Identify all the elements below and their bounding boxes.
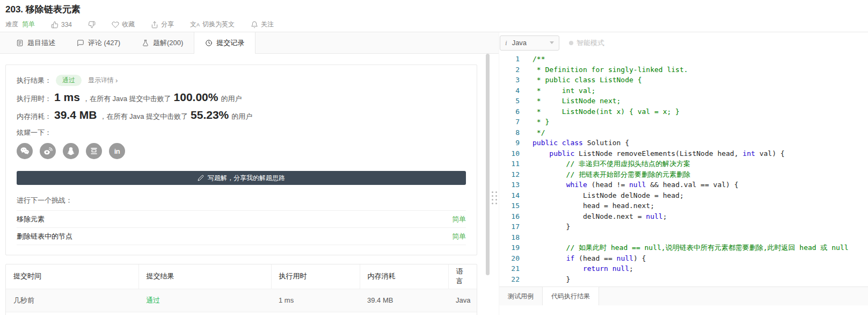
code-line[interactable]: 3 * public class ListNode {: [499, 75, 868, 85]
tab-run-result[interactable]: 代码执行结果: [543, 287, 599, 305]
tab-comments[interactable]: 评论 (427): [66, 32, 131, 53]
pencil-icon: [198, 175, 204, 181]
challenge-title[interactable]: 删除链表中的节点: [17, 232, 72, 241]
col-runtime: 执行用时: [271, 264, 360, 289]
like-button[interactable]: 334: [51, 21, 72, 28]
qq-icon: [66, 146, 76, 156]
smart-mode-toggle[interactable]: 智能模式: [569, 38, 604, 48]
follow-button[interactable]: 关注: [251, 20, 274, 29]
show-detail-text: 显示详情: [88, 76, 114, 85]
flask-icon: [142, 39, 149, 47]
douban-icon: [89, 146, 99, 156]
code-editor[interactable]: 1/**2 * Definition for singly-linked lis…: [499, 53, 868, 287]
line-number: 10: [499, 148, 529, 159]
code-line[interactable]: 5 * ListNode next;: [499, 96, 868, 106]
runtime-value: 1 ms: [54, 91, 80, 104]
tab-bar: 题目描述 评论 (427) 题解(200) 提交记录: [0, 32, 499, 54]
memory-beat-pre: ，在所有 Java 提交中击败了: [99, 112, 188, 121]
table-header-row: 提交时间 提交结果 执行用时 内存消耗 语言: [6, 264, 477, 289]
leetcode-submission-page: 203. 移除链表元素 难度 简单 334 收藏 分享 文A: [0, 0, 868, 315]
editor-pane: i Java 智能模式 1/**2 * Definition for singl…: [499, 32, 868, 315]
code-line[interactable]: 18: [499, 232, 868, 243]
challenge-list: 移除元素 简单 删除链表中的节点 简单: [17, 210, 466, 245]
dislike-button[interactable]: [88, 21, 96, 28]
write-solution-button[interactable]: 写题解，分享我的解题思路: [17, 171, 466, 185]
challenge-row[interactable]: 删除链表中的节点 简单: [17, 228, 466, 245]
info-icon: i: [505, 39, 507, 47]
code-line-text: * }: [529, 117, 868, 127]
challenge-row[interactable]: 移除元素 简单: [17, 211, 466, 228]
code-line[interactable]: 8 */: [499, 127, 868, 138]
table-row[interactable]: [6, 312, 477, 315]
language-select[interactable]: i Java: [500, 35, 559, 51]
code-line[interactable]: 20 if (head == null) {: [499, 253, 868, 264]
qq-share-button[interactable]: [63, 143, 79, 159]
code-line[interactable]: 13 while (head != null && head.val == va…: [499, 180, 868, 190]
code-line-text: * ListNode next;: [529, 96, 868, 106]
code-line-text: ListNode delNode = head;: [529, 190, 868, 201]
challenge-title[interactable]: 移除元素: [17, 214, 45, 224]
favorite-button[interactable]: 收藏: [112, 20, 135, 29]
code-line[interactable]: 11 // 非递归不使用虚拟头结点的解决方案: [499, 159, 868, 169]
vertical-scrollbar[interactable]: [486, 54, 490, 275]
tab-testcase[interactable]: 测试用例: [499, 287, 543, 305]
pane-resize-handle[interactable]: [492, 191, 497, 204]
code-line[interactable]: 21 return null;: [499, 263, 868, 274]
challenge-difficulty: 简单: [452, 232, 466, 241]
difficulty-value: 简单: [22, 20, 35, 29]
tab-run-result-label: 代码执行结果: [551, 292, 590, 301]
tab-submissions[interactable]: 提交记录: [194, 32, 256, 54]
code-line[interactable]: 4 * int val;: [499, 85, 868, 96]
weibo-icon: [43, 146, 53, 156]
code-line[interactable]: 19 // 如果此时 head == null,说明链表中所有元素都需要删除,此…: [499, 242, 868, 253]
line-number: 16: [499, 211, 529, 222]
code-line[interactable]: 16 delNode.next = null;: [499, 211, 868, 222]
code-line[interactable]: 17 }: [499, 221, 868, 232]
cell-language: Java: [448, 289, 477, 312]
line-number: 1: [499, 54, 529, 65]
code-line[interactable]: 10 public ListNode removeElements(ListNo…: [499, 148, 868, 159]
runtime-percent: 100.00%: [174, 91, 218, 104]
show-detail-link[interactable]: 显示详情 ›: [88, 76, 118, 85]
favorite-label: 收藏: [122, 20, 135, 29]
translate-icon: 文A: [190, 20, 200, 29]
linkedin-share-button[interactable]: in: [109, 143, 125, 159]
problem-header: 203. 移除链表元素 难度 简单 334 收藏 分享 文A: [0, 0, 868, 32]
problem-meta-row: 难度 简单 334 收藏 分享 文A 切换为英文: [5, 20, 863, 29]
submission-result-link[interactable]: 通过: [146, 296, 160, 304]
code-line[interactable]: 6 * ListNode(int x) { val = x; }: [499, 106, 868, 117]
code-line[interactable]: 1/**: [499, 54, 868, 65]
cell-memory: 39.4 MB: [360, 289, 448, 312]
line-number: 4: [499, 85, 529, 96]
code-line[interactable]: 12 // 把链表开始部分需要删除的元素删除: [499, 169, 868, 180]
memory-value: 39.4 MB: [54, 109, 97, 121]
code-line-text: delNode.next = null;: [529, 211, 868, 222]
code-line-text: * public class ListNode {: [529, 75, 868, 85]
tab-description-label: 题目描述: [27, 38, 55, 48]
tab-solutions[interactable]: 题解(200): [131, 32, 194, 53]
line-number: 22: [499, 274, 529, 285]
tab-solutions-label: 题解(200): [153, 38, 183, 48]
share-button[interactable]: 分享: [151, 20, 174, 29]
code-line[interactable]: 7 * }: [499, 117, 868, 127]
line-number: 2: [499, 65, 529, 75]
col-submit-result: 提交结果: [138, 264, 271, 289]
chevron-down-icon: [550, 41, 554, 44]
tab-description[interactable]: 题目描述: [5, 32, 66, 53]
line-number: 14: [499, 190, 529, 201]
code-line[interactable]: 15 head = head.next;: [499, 201, 868, 211]
wechat-share-button[interactable]: [17, 143, 33, 159]
code-line-text: while (head != null && head.val == val) …: [529, 180, 868, 190]
code-line[interactable]: 2 * Definition for singly-linked list.: [499, 65, 868, 75]
challenge-difficulty: 简单: [452, 214, 466, 224]
line-number: 18: [499, 232, 529, 243]
code-line[interactable]: 14 ListNode delNode = head;: [499, 190, 868, 201]
like-count: 334: [61, 21, 72, 28]
code-line[interactable]: 22 }: [499, 274, 868, 285]
table-row[interactable]: 几秒前 通过 1 ms 39.4 MB Java: [6, 289, 477, 312]
douban-share-button[interactable]: [86, 143, 102, 159]
switch-language-button[interactable]: 文A 切换为英文: [190, 20, 235, 29]
weibo-share-button[interactable]: [40, 143, 56, 159]
code-line[interactable]: 9public class Solution {: [499, 138, 868, 148]
write-solution-label: 写题解，分享我的解题思路: [208, 174, 285, 183]
